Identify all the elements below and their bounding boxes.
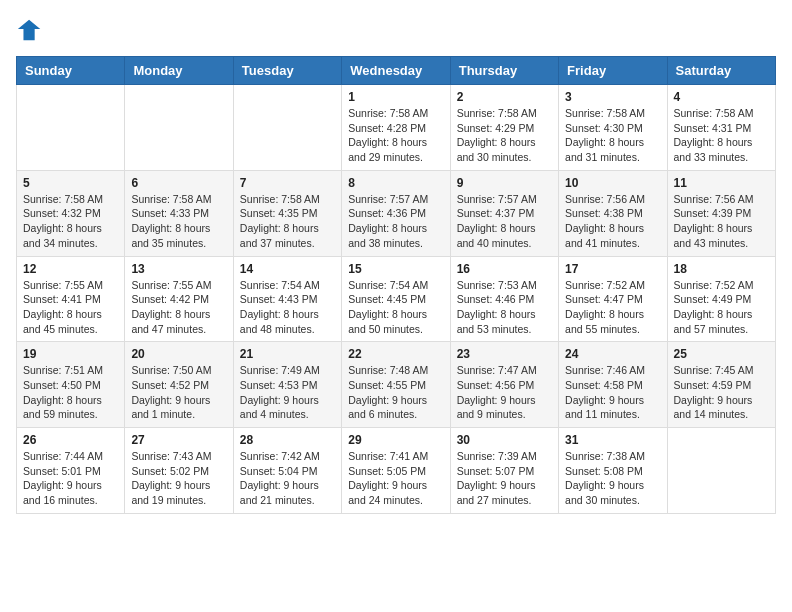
column-header-saturday: Saturday [667, 57, 775, 85]
day-number: 3 [565, 90, 660, 104]
day-number: 17 [565, 262, 660, 276]
calendar-cell: 25Sunrise: 7:45 AM Sunset: 4:59 PM Dayli… [667, 342, 775, 428]
calendar-cell: 20Sunrise: 7:50 AM Sunset: 4:52 PM Dayli… [125, 342, 233, 428]
calendar-cell [125, 85, 233, 171]
calendar-cell: 10Sunrise: 7:56 AM Sunset: 4:38 PM Dayli… [559, 170, 667, 256]
day-info: Sunrise: 7:49 AM Sunset: 4:53 PM Dayligh… [240, 363, 335, 422]
day-number: 15 [348, 262, 443, 276]
day-info: Sunrise: 7:47 AM Sunset: 4:56 PM Dayligh… [457, 363, 552, 422]
column-header-tuesday: Tuesday [233, 57, 341, 85]
logo-icon [16, 16, 44, 44]
calendar-cell: 1Sunrise: 7:58 AM Sunset: 4:28 PM Daylig… [342, 85, 450, 171]
day-info: Sunrise: 7:52 AM Sunset: 4:49 PM Dayligh… [674, 278, 769, 337]
column-header-sunday: Sunday [17, 57, 125, 85]
day-number: 11 [674, 176, 769, 190]
day-info: Sunrise: 7:52 AM Sunset: 4:47 PM Dayligh… [565, 278, 660, 337]
day-info: Sunrise: 7:58 AM Sunset: 4:28 PM Dayligh… [348, 106, 443, 165]
day-info: Sunrise: 7:54 AM Sunset: 4:43 PM Dayligh… [240, 278, 335, 337]
day-info: Sunrise: 7:58 AM Sunset: 4:31 PM Dayligh… [674, 106, 769, 165]
calendar-cell [667, 428, 775, 514]
calendar-cell: 29Sunrise: 7:41 AM Sunset: 5:05 PM Dayli… [342, 428, 450, 514]
day-number: 6 [131, 176, 226, 190]
calendar-cell: 17Sunrise: 7:52 AM Sunset: 4:47 PM Dayli… [559, 256, 667, 342]
day-number: 8 [348, 176, 443, 190]
calendar-table: SundayMondayTuesdayWednesdayThursdayFrid… [16, 56, 776, 514]
day-number: 9 [457, 176, 552, 190]
calendar-cell: 7Sunrise: 7:58 AM Sunset: 4:35 PM Daylig… [233, 170, 341, 256]
svg-marker-0 [18, 20, 40, 41]
calendar-cell: 6Sunrise: 7:58 AM Sunset: 4:33 PM Daylig… [125, 170, 233, 256]
day-info: Sunrise: 7:57 AM Sunset: 4:37 PM Dayligh… [457, 192, 552, 251]
day-info: Sunrise: 7:39 AM Sunset: 5:07 PM Dayligh… [457, 449, 552, 508]
day-number: 12 [23, 262, 118, 276]
calendar-cell: 12Sunrise: 7:55 AM Sunset: 4:41 PM Dayli… [17, 256, 125, 342]
day-info: Sunrise: 7:55 AM Sunset: 4:42 PM Dayligh… [131, 278, 226, 337]
calendar-cell: 14Sunrise: 7:54 AM Sunset: 4:43 PM Dayli… [233, 256, 341, 342]
day-number: 26 [23, 433, 118, 447]
day-info: Sunrise: 7:58 AM Sunset: 4:35 PM Dayligh… [240, 192, 335, 251]
calendar-week-row: 5Sunrise: 7:58 AM Sunset: 4:32 PM Daylig… [17, 170, 776, 256]
calendar-cell: 24Sunrise: 7:46 AM Sunset: 4:58 PM Dayli… [559, 342, 667, 428]
day-number: 7 [240, 176, 335, 190]
calendar-cell [17, 85, 125, 171]
calendar-cell: 27Sunrise: 7:43 AM Sunset: 5:02 PM Dayli… [125, 428, 233, 514]
calendar-cell: 9Sunrise: 7:57 AM Sunset: 4:37 PM Daylig… [450, 170, 558, 256]
day-number: 5 [23, 176, 118, 190]
day-info: Sunrise: 7:53 AM Sunset: 4:46 PM Dayligh… [457, 278, 552, 337]
day-info: Sunrise: 7:41 AM Sunset: 5:05 PM Dayligh… [348, 449, 443, 508]
calendar-cell: 16Sunrise: 7:53 AM Sunset: 4:46 PM Dayli… [450, 256, 558, 342]
page-header [16, 16, 776, 44]
day-info: Sunrise: 7:42 AM Sunset: 5:04 PM Dayligh… [240, 449, 335, 508]
calendar-cell: 30Sunrise: 7:39 AM Sunset: 5:07 PM Dayli… [450, 428, 558, 514]
calendar-cell: 8Sunrise: 7:57 AM Sunset: 4:36 PM Daylig… [342, 170, 450, 256]
day-number: 29 [348, 433, 443, 447]
calendar-week-row: 26Sunrise: 7:44 AM Sunset: 5:01 PM Dayli… [17, 428, 776, 514]
day-info: Sunrise: 7:46 AM Sunset: 4:58 PM Dayligh… [565, 363, 660, 422]
calendar-week-row: 1Sunrise: 7:58 AM Sunset: 4:28 PM Daylig… [17, 85, 776, 171]
calendar-cell: 22Sunrise: 7:48 AM Sunset: 4:55 PM Dayli… [342, 342, 450, 428]
day-info: Sunrise: 7:56 AM Sunset: 4:38 PM Dayligh… [565, 192, 660, 251]
calendar-cell: 21Sunrise: 7:49 AM Sunset: 4:53 PM Dayli… [233, 342, 341, 428]
day-number: 28 [240, 433, 335, 447]
day-number: 19 [23, 347, 118, 361]
calendar-cell: 31Sunrise: 7:38 AM Sunset: 5:08 PM Dayli… [559, 428, 667, 514]
calendar-cell: 23Sunrise: 7:47 AM Sunset: 4:56 PM Dayli… [450, 342, 558, 428]
day-number: 27 [131, 433, 226, 447]
calendar-cell: 28Sunrise: 7:42 AM Sunset: 5:04 PM Dayli… [233, 428, 341, 514]
column-header-monday: Monday [125, 57, 233, 85]
calendar-cell [233, 85, 341, 171]
calendar-cell: 26Sunrise: 7:44 AM Sunset: 5:01 PM Dayli… [17, 428, 125, 514]
day-info: Sunrise: 7:55 AM Sunset: 4:41 PM Dayligh… [23, 278, 118, 337]
day-number: 14 [240, 262, 335, 276]
day-info: Sunrise: 7:45 AM Sunset: 4:59 PM Dayligh… [674, 363, 769, 422]
day-info: Sunrise: 7:58 AM Sunset: 4:33 PM Dayligh… [131, 192, 226, 251]
day-info: Sunrise: 7:58 AM Sunset: 4:29 PM Dayligh… [457, 106, 552, 165]
day-info: Sunrise: 7:58 AM Sunset: 4:30 PM Dayligh… [565, 106, 660, 165]
day-number: 18 [674, 262, 769, 276]
day-info: Sunrise: 7:48 AM Sunset: 4:55 PM Dayligh… [348, 363, 443, 422]
calendar-week-row: 12Sunrise: 7:55 AM Sunset: 4:41 PM Dayli… [17, 256, 776, 342]
day-number: 22 [348, 347, 443, 361]
day-info: Sunrise: 7:54 AM Sunset: 4:45 PM Dayligh… [348, 278, 443, 337]
calendar-cell: 5Sunrise: 7:58 AM Sunset: 4:32 PM Daylig… [17, 170, 125, 256]
calendar-week-row: 19Sunrise: 7:51 AM Sunset: 4:50 PM Dayli… [17, 342, 776, 428]
day-info: Sunrise: 7:38 AM Sunset: 5:08 PM Dayligh… [565, 449, 660, 508]
calendar-header-row: SundayMondayTuesdayWednesdayThursdayFrid… [17, 57, 776, 85]
logo [16, 16, 48, 44]
day-number: 1 [348, 90, 443, 104]
column-header-friday: Friday [559, 57, 667, 85]
calendar-cell: 15Sunrise: 7:54 AM Sunset: 4:45 PM Dayli… [342, 256, 450, 342]
day-number: 20 [131, 347, 226, 361]
calendar-cell: 4Sunrise: 7:58 AM Sunset: 4:31 PM Daylig… [667, 85, 775, 171]
day-number: 24 [565, 347, 660, 361]
day-number: 16 [457, 262, 552, 276]
day-info: Sunrise: 7:58 AM Sunset: 4:32 PM Dayligh… [23, 192, 118, 251]
day-number: 30 [457, 433, 552, 447]
column-header-wednesday: Wednesday [342, 57, 450, 85]
day-number: 23 [457, 347, 552, 361]
day-info: Sunrise: 7:56 AM Sunset: 4:39 PM Dayligh… [674, 192, 769, 251]
day-number: 2 [457, 90, 552, 104]
calendar-cell: 13Sunrise: 7:55 AM Sunset: 4:42 PM Dayli… [125, 256, 233, 342]
day-info: Sunrise: 7:51 AM Sunset: 4:50 PM Dayligh… [23, 363, 118, 422]
calendar-cell: 11Sunrise: 7:56 AM Sunset: 4:39 PM Dayli… [667, 170, 775, 256]
